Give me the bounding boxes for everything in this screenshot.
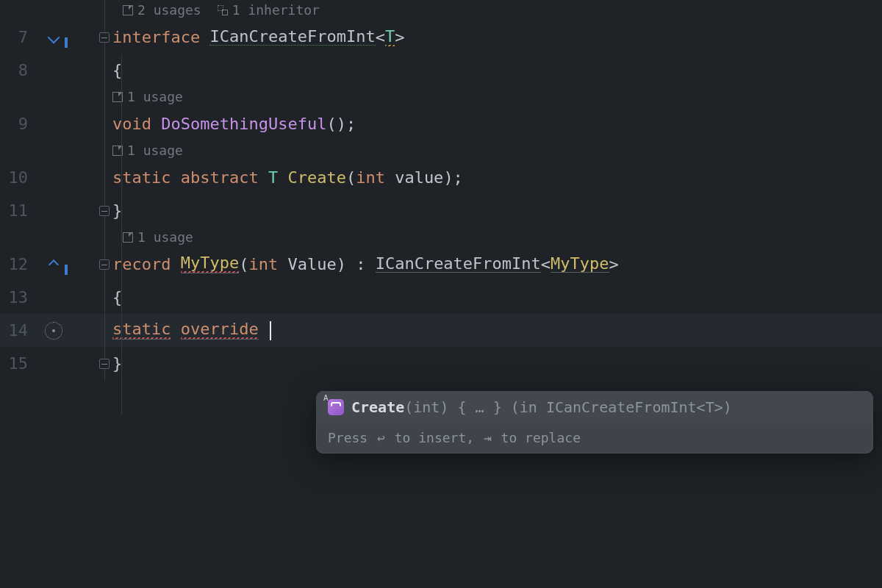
code-line[interactable]: { xyxy=(112,54,882,87)
enter-key-icon: ↩ xyxy=(376,431,387,445)
line-number: 9 xyxy=(0,107,35,140)
code-line[interactable]: static abstract T Create(int value); xyxy=(112,161,882,194)
indent-guide xyxy=(121,54,122,415)
completion-item[interactable]: Create(int) { … } (in ICanCreateFromInt<… xyxy=(316,391,873,424)
inheritors-hint[interactable]: 1 inheritor xyxy=(232,4,320,17)
code-line[interactable]: { xyxy=(112,281,882,314)
line-number: 14 xyxy=(0,314,35,347)
usages-hint[interactable]: 1 usage xyxy=(127,144,183,157)
gutter-spacer xyxy=(0,0,35,21)
completion-signature: (int) { … } (in ICanCreateFromInt<T>) xyxy=(404,398,732,416)
usages-icon xyxy=(123,232,133,243)
gutter-overrides-icon[interactable] xyxy=(35,248,72,281)
usages-hint[interactable]: 2 usages xyxy=(137,4,201,17)
usages-hint[interactable]: 1 usage xyxy=(127,90,183,104)
line-number: 13 xyxy=(0,281,35,314)
code-line[interactable]: interface ICanCreateFromInt<T> xyxy=(112,21,882,54)
line-number: 12 xyxy=(0,248,35,281)
interface-name: ICanCreateFromInt xyxy=(209,29,375,46)
text-caret xyxy=(270,321,271,340)
line-number: 7 xyxy=(0,21,35,54)
intention-bulb-icon[interactable] xyxy=(35,314,72,347)
usages-hint[interactable]: 1 usage xyxy=(137,231,193,244)
method-icon xyxy=(328,399,344,415)
code-editor[interactable]: 2 usages 1 inheritor 7 interface ICanCre… xyxy=(0,0,882,380)
code-line[interactable]: } xyxy=(112,347,882,380)
completion-popup[interactable]: Create(int) { … } (in ICanCreateFromInt<… xyxy=(316,391,873,453)
completion-footer: Press ↩ to insert, ⇥ to replace xyxy=(316,424,873,453)
tab-key-icon: ⇥ xyxy=(482,431,493,445)
fold-toggle[interactable] xyxy=(72,248,112,281)
inheritors-icon xyxy=(218,5,228,15)
completion-method-name: Create xyxy=(351,398,404,416)
gutter-implemented-icon[interactable] xyxy=(35,21,72,54)
code-line[interactable]: void DoSomethingUseful(); xyxy=(112,107,882,140)
line-number: 11 xyxy=(0,194,35,227)
type-name: MyType xyxy=(181,255,239,273)
fold-toggle[interactable] xyxy=(72,21,112,54)
code-line[interactable]: static override xyxy=(112,314,882,347)
fold-toggle[interactable] xyxy=(72,194,112,227)
code-line[interactable]: } xyxy=(112,194,882,227)
usages-icon xyxy=(123,5,133,15)
line-number: 15 xyxy=(0,347,35,380)
line-number: 8 xyxy=(0,54,35,87)
code-line[interactable]: record MyType(int Value) : ICanCreateFro… xyxy=(112,248,882,281)
line-number: 10 xyxy=(0,161,35,194)
fold-toggle[interactable] xyxy=(72,347,112,380)
